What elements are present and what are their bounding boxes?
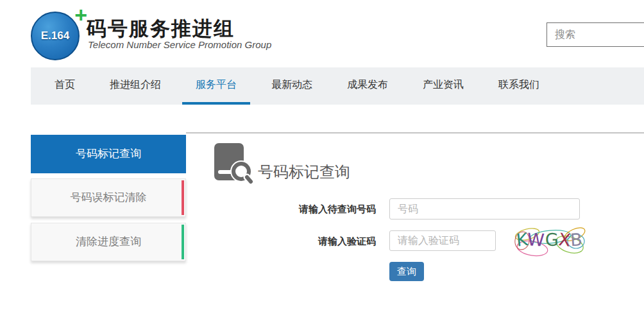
captcha-char: W — [527, 229, 545, 250]
globe-icon: E.164 — [31, 12, 80, 60]
captcha-input[interactable] — [389, 230, 496, 251]
page: E.164 + 码号服务推进组 Telecom Number Service P… — [0, 0, 644, 310]
site-title: 码号服务推进组 — [87, 15, 235, 42]
book-search-icon — [212, 142, 254, 185]
nav-item-contact[interactable]: 联系我们 — [485, 67, 553, 105]
content-divider — [186, 132, 644, 133]
nav-item-news[interactable]: 最新动态 — [258, 67, 326, 105]
sidebar-item-number-mark-query[interactable]: 号码标记查询 — [31, 135, 186, 173]
nav-item-home[interactable]: 首页 — [41, 67, 89, 105]
sidebar-item-wrong-mark-clear[interactable]: 号码误标记清除 — [31, 178, 186, 217]
query-submit-button[interactable]: 查询 — [389, 262, 424, 281]
logo-badge: E.164 — [41, 30, 69, 42]
section-title: 号码标记查询 — [258, 162, 350, 182]
captcha-field-label: 请输入验证码 — [276, 236, 376, 248]
search-input[interactable] — [547, 22, 644, 47]
captcha-image[interactable]: K W G X B — [513, 224, 588, 259]
nav-item-results[interactable]: 成果发布 — [334, 67, 402, 105]
nav-item-about[interactable]: 推进组介绍 — [96, 67, 174, 105]
nav-item-service-platform[interactable]: 服务平台 — [182, 67, 250, 105]
site-logo[interactable]: E.164 + — [31, 9, 85, 63]
green-accent-bar — [182, 225, 184, 259]
nav-item-industry-info[interactable]: 产业资讯 — [409, 67, 477, 105]
sidebar-item-clear-progress-query[interactable]: 清除进度查询 — [31, 223, 186, 261]
sidebar-item-label: 号码标记查询 — [76, 148, 141, 160]
number-input[interactable] — [389, 198, 580, 220]
main-nav: 首页 推进组介绍 服务平台 最新动态 成果发布 产业资讯 联系我们 — [31, 67, 644, 105]
captcha-char: B — [570, 229, 583, 250]
sidebar-item-label: 清除进度查询 — [76, 236, 141, 248]
sidebar-item-label: 号码误标记清除 — [71, 191, 147, 203]
number-field-label: 请输入待查询号码 — [276, 203, 376, 216]
site-subtitle: Telecom Number Service Promotion Group — [88, 39, 271, 50]
captcha-char: G — [545, 230, 559, 250]
plus-icon: + — [74, 5, 87, 24]
red-accent-bar — [182, 180, 184, 215]
